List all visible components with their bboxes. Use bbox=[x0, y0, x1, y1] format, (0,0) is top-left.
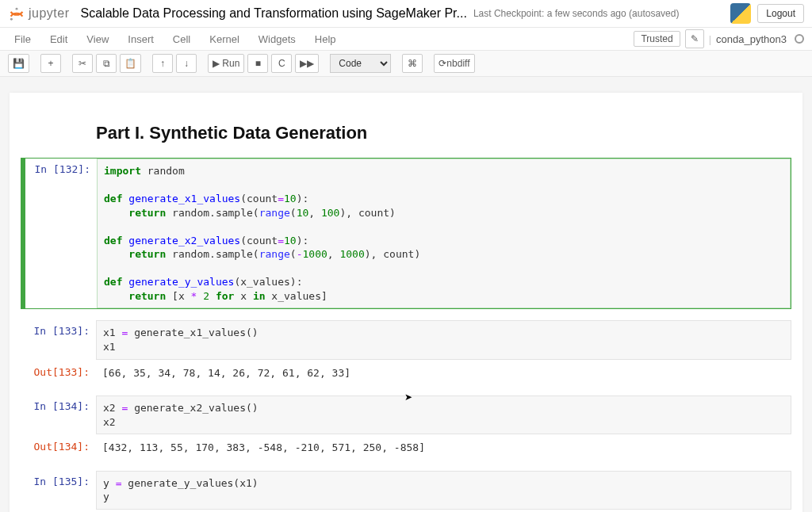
nbdiff-button[interactable]: ⟳ nbdiff bbox=[434, 54, 474, 73]
menubar: File Edit View Insert Cell Kernel Widget… bbox=[0, 28, 812, 51]
checkpoint-text: Last Checkpoint: a few seconds ago bbox=[473, 8, 626, 19]
out-prompt: Out[134]: bbox=[25, 436, 96, 460]
in-prompt: In [134]: bbox=[25, 395, 96, 434]
code-cell[interactable]: In [135]:y = generate_y_values(x1) y bbox=[21, 471, 791, 510]
svg-point-1 bbox=[10, 18, 13, 21]
menu-file[interactable]: File bbox=[14, 33, 31, 45]
celltype-select[interactable]: Code bbox=[330, 54, 391, 73]
notebook-title[interactable]: Scalable Data Processing and Transformat… bbox=[81, 6, 467, 21]
save-button[interactable]: 💾 bbox=[8, 54, 29, 73]
code-cell[interactable]: In [132]:import random def generate_x1_v… bbox=[21, 158, 791, 309]
add-cell-button[interactable]: + bbox=[40, 54, 61, 73]
copy-button[interactable]: ⧉ bbox=[96, 54, 117, 73]
autosaved-text: (autosaved) bbox=[629, 8, 679, 19]
menu-widgets[interactable]: Widgets bbox=[259, 33, 296, 45]
checkpoint-info: Last Checkpoint: a few seconds ago (auto… bbox=[473, 8, 680, 19]
notebook-container: Part I. Synthetic Data Generation In [13… bbox=[0, 77, 812, 512]
toolbar: 💾 + ✂ ⧉ 📋 ↑ ↓ ▶ Run ■ C ▶▶ Code ⌘ ⟳ nbdi… bbox=[0, 51, 812, 77]
menu-cell[interactable]: Cell bbox=[173, 33, 190, 45]
in-prompt: In [133]: bbox=[25, 320, 96, 359]
menu-view[interactable]: View bbox=[86, 33, 109, 45]
jupyter-icon bbox=[8, 5, 25, 22]
in-prompt: In [135]: bbox=[25, 471, 96, 510]
output-cell: Out[133]:[66, 35, 34, 78, 14, 26, 72, 61… bbox=[21, 361, 791, 385]
output-text: [432, 113, 55, 170, 383, -548, -210, 571… bbox=[96, 436, 791, 460]
header-bar: jupyter Scalable Data Processing and Tra… bbox=[0, 0, 812, 28]
menu-edit[interactable]: Edit bbox=[50, 33, 67, 45]
out-prompt: Out[133]: bbox=[25, 361, 96, 385]
svg-point-0 bbox=[16, 8, 18, 10]
jupyter-logo-text: jupyter bbox=[29, 6, 70, 21]
code-input[interactable]: import random def generate_x1_values(cou… bbox=[97, 159, 791, 308]
output-cell: Out[134]:[432, 113, 55, 170, 383, -548, … bbox=[21, 436, 791, 460]
kernel-idle-icon bbox=[795, 34, 804, 44]
menu-kernel[interactable]: Kernel bbox=[209, 33, 239, 45]
trusted-badge[interactable]: Trusted bbox=[634, 31, 680, 47]
restart-button[interactable]: C bbox=[271, 54, 292, 73]
run-button[interactable]: ▶ Run bbox=[208, 54, 244, 73]
code-cell[interactable]: In [133]:x1 = generate_x1_values() x1 bbox=[21, 320, 791, 359]
output-text: [66, 35, 34, 78, 14, 26, 72, 61, 62, 33] bbox=[96, 361, 791, 385]
cut-button[interactable]: ✂ bbox=[72, 54, 93, 73]
nbdiff-label: nbdiff bbox=[446, 58, 469, 69]
menubar-right: Trusted ✎ | conda_python3 bbox=[634, 29, 804, 48]
restart-run-all-button[interactable]: ▶▶ bbox=[295, 54, 319, 73]
command-palette-button[interactable]: ⌘ bbox=[402, 54, 423, 73]
logout-button[interactable]: Logout bbox=[757, 4, 804, 23]
jupyter-logo[interactable]: jupyter bbox=[8, 5, 76, 22]
kernel-name[interactable]: conda_python3 bbox=[716, 33, 790, 45]
menu-help[interactable]: Help bbox=[315, 33, 336, 45]
in-prompt: In [132]: bbox=[25, 159, 97, 308]
menu-list: File Edit View Insert Cell Kernel Widget… bbox=[8, 30, 343, 48]
edit-metadata-icon[interactable]: ✎ bbox=[685, 29, 704, 48]
move-up-button[interactable]: ↑ bbox=[152, 54, 173, 73]
code-input[interactable]: x2 = generate_x2_values() x2 bbox=[96, 395, 791, 434]
python-icon bbox=[730, 3, 751, 24]
interrupt-button[interactable]: ■ bbox=[247, 54, 268, 73]
code-cell[interactable]: In [134]:x2 = generate_x2_values() x2 bbox=[21, 395, 791, 434]
menu-insert[interactable]: Insert bbox=[128, 33, 154, 45]
markdown-heading: Part I. Synthetic Data Generation bbox=[96, 123, 791, 143]
code-input[interactable]: x1 = generate_x1_values() x1 bbox=[96, 320, 791, 359]
header-right: Logout bbox=[730, 3, 804, 24]
paste-button[interactable]: 📋 bbox=[120, 54, 141, 73]
move-down-button[interactable]: ↓ bbox=[176, 54, 197, 73]
code-input[interactable]: y = generate_y_values(x1) y bbox=[96, 471, 791, 510]
